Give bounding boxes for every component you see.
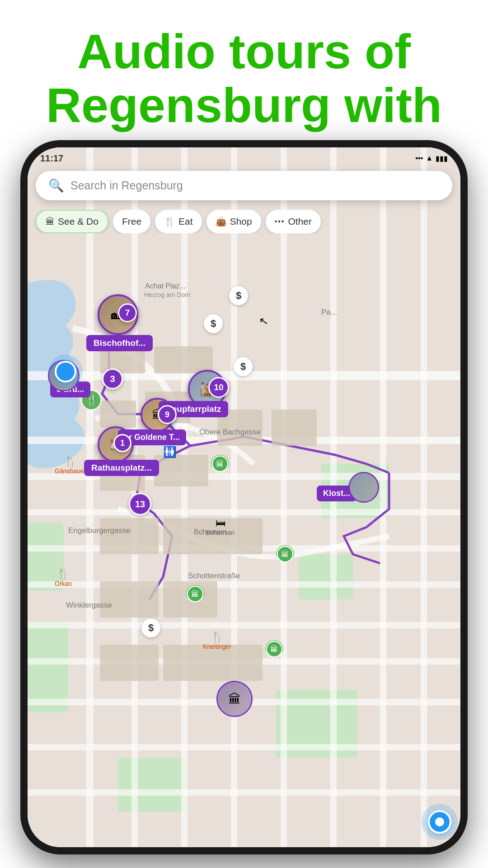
map-background bbox=[28, 147, 460, 847]
status-time: 11:17 bbox=[40, 153, 63, 164]
search-bar[interactable]: 🔍 Search in Regensburg bbox=[36, 171, 452, 200]
map-label-schottenstrasse: Schottenstraße bbox=[188, 571, 240, 580]
free-label: Free bbox=[122, 216, 141, 227]
svg-text:🏛: 🏛 bbox=[216, 459, 224, 468]
search-icon: 🔍 bbox=[48, 178, 64, 193]
svg-rect-33 bbox=[272, 410, 317, 446]
phone-screen: Engelburgergasse Winklergasse Schottenst… bbox=[28, 147, 460, 847]
svg-rect-3 bbox=[299, 554, 353, 599]
location-dot-bottom bbox=[428, 810, 451, 834]
filter-tab-free[interactable]: Free bbox=[113, 210, 150, 233]
svg-text:🏛: 🏛 bbox=[282, 550, 289, 559]
eat-icon: 🍴 bbox=[164, 216, 175, 227]
eat-label: Eat bbox=[178, 216, 193, 227]
marker-num-1: 1 bbox=[113, 434, 131, 452]
marker-num-10: 10 bbox=[208, 377, 229, 398]
svg-rect-24 bbox=[380, 147, 386, 847]
location-dot bbox=[55, 361, 76, 382]
dollar-marker-4: $ bbox=[141, 618, 160, 637]
svg-rect-41 bbox=[217, 645, 263, 681]
thumbnail-kloster bbox=[348, 472, 379, 503]
map-label-engelburgergasse: Engelburgergasse bbox=[68, 526, 131, 535]
see-do-label: See & Do bbox=[58, 216, 99, 227]
thumbnail-bottom: 🏛 bbox=[216, 681, 253, 717]
svg-rect-28 bbox=[100, 401, 136, 428]
svg-rect-18 bbox=[86, 147, 94, 847]
filter-tab-eat[interactable]: 🍴 Eat bbox=[155, 210, 202, 233]
svg-rect-27 bbox=[154, 346, 213, 373]
green-marker-poi4: 🏛 bbox=[183, 585, 207, 615]
map-label-winklergasse: Winklergasse bbox=[66, 601, 112, 610]
dollar-marker-2: $ bbox=[204, 314, 223, 333]
svg-rect-34 bbox=[100, 518, 159, 554]
green-marker-poi5: 🏛 bbox=[263, 640, 286, 670]
wc-marker: 🚻 bbox=[163, 446, 177, 458]
search-placeholder: Search in Regensburg bbox=[70, 179, 183, 192]
svg-text:🏛: 🏛 bbox=[271, 645, 278, 654]
svg-rect-20 bbox=[181, 147, 188, 847]
see-do-icon: 🏛 bbox=[46, 217, 55, 227]
signal-icon: ▪▪▪ bbox=[415, 154, 423, 162]
battery-icon: ▮▮▮ bbox=[436, 154, 448, 163]
map-label-obere-bachgasse: Obere Bachgasse bbox=[199, 428, 261, 437]
place-label-rathausplatz: Rathausplatz... bbox=[84, 460, 159, 476]
marker-num-3: 3 bbox=[102, 368, 123, 389]
map-label-pa: Pa... bbox=[321, 308, 337, 317]
svg-rect-25 bbox=[421, 147, 427, 847]
fork-marker-kneitinger: 🍴 Kneitinger bbox=[203, 630, 231, 650]
sleep-marker: 🛏 Bohemian bbox=[206, 517, 235, 536]
filter-tab-see-do[interactable]: 🏛 See & Do bbox=[36, 210, 108, 233]
svg-rect-40 bbox=[163, 645, 217, 681]
marker-num-7: 7 bbox=[118, 303, 137, 322]
map-label-achat: Achat Plaz... bbox=[145, 282, 186, 290]
svg-rect-22 bbox=[281, 147, 287, 847]
phone-frame: Engelburgergasse Winklergasse Schottenst… bbox=[20, 140, 468, 854]
fork-marker-gansbauer: 🍴 Gänsbauer bbox=[55, 455, 86, 475]
svg-rect-31 bbox=[154, 455, 208, 486]
filter-tabs-container: 🏛 See & Do Free 🍴 Eat 👜 Shop ••• Other bbox=[31, 210, 457, 233]
svg-rect-37 bbox=[100, 581, 159, 618]
status-bar: 11:17 ▪▪▪ ▲ ▮▮▮ bbox=[28, 147, 460, 169]
fork-marker-orkan: 🍴 Orkan bbox=[55, 567, 72, 587]
wifi-icon: ▲ bbox=[426, 154, 433, 162]
dollar-marker-3: $ bbox=[234, 357, 253, 376]
svg-rect-4 bbox=[118, 758, 186, 812]
shop-label: Shop bbox=[230, 216, 252, 227]
svg-text:🏛: 🏛 bbox=[192, 590, 199, 599]
green-marker-poi2: 🏛 bbox=[208, 455, 232, 485]
filter-tab-shop[interactable]: 👜 Shop bbox=[206, 210, 261, 233]
marker-num-13: 13 bbox=[129, 493, 151, 515]
svg-rect-21 bbox=[231, 147, 237, 847]
green-marker-poi3: 🏛 bbox=[273, 545, 297, 575]
marker-num-9: 9 bbox=[158, 405, 177, 424]
map-label-herzogstr: Herzog am Dom bbox=[144, 291, 190, 298]
other-icon: ••• bbox=[275, 217, 285, 226]
place-label-bischofhof: Bischofhof... bbox=[86, 335, 153, 351]
svg-rect-39 bbox=[100, 645, 159, 681]
filter-tab-other[interactable]: ••• Other bbox=[266, 210, 321, 233]
other-label: Other bbox=[288, 216, 312, 227]
shop-icon: 👜 bbox=[216, 216, 227, 227]
dollar-marker-1: $ bbox=[229, 286, 248, 305]
status-icons: ▪▪▪ ▲ ▮▮▮ bbox=[415, 154, 448, 163]
